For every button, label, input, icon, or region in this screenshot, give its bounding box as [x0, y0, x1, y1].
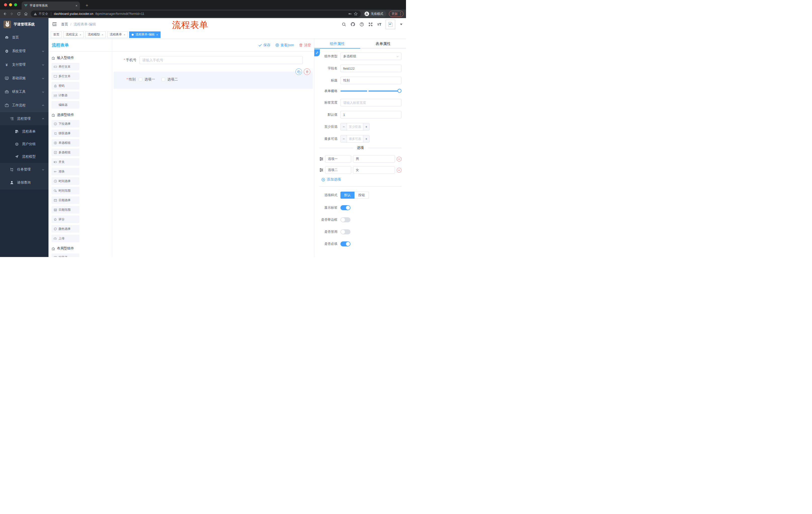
stepper-plus-button[interactable]: +: [363, 135, 369, 142]
canvas-field-gender-selected[interactable]: 性别 选项一 选项二: [114, 72, 313, 89]
show-label-switch[interactable]: [341, 205, 350, 210]
tab-form-props[interactable]: 表单属性: [360, 39, 406, 49]
palette-item-color-picker[interactable]: 颜色选择: [52, 225, 79, 233]
canvas-field-phone[interactable]: 手机号: [114, 56, 303, 64]
max-checked-stepper[interactable]: − 最多可选 +: [341, 135, 370, 142]
sidebar-item-workflow[interactable]: 工作流程: [0, 99, 49, 112]
view-json-button[interactable]: 查看json: [276, 43, 294, 48]
remove-option-button[interactable]: [397, 168, 402, 172]
browser-update-button[interactable]: 更新: [389, 11, 404, 17]
title-input[interactable]: [341, 77, 402, 84]
stepper-value[interactable]: 最多可选: [347, 135, 363, 142]
tag-process-model[interactable]: 流程模型×: [85, 31, 106, 38]
stepper-plus-button[interactable]: +: [363, 123, 369, 130]
phone-input[interactable]: [140, 56, 303, 64]
add-option-button[interactable]: 添加选项: [321, 177, 402, 182]
breadcrumb-home[interactable]: 首页: [61, 22, 68, 27]
fullscreen-icon[interactable]: [368, 22, 373, 27]
tag-close-icon[interactable]: ×: [102, 33, 103, 36]
checkbox-option2[interactable]: [162, 78, 165, 81]
traffic-lights[interactable]: [4, 3, 17, 6]
home-icon[interactable]: [24, 11, 28, 16]
sidebar-item-devtools[interactable]: 研发工具: [0, 85, 49, 99]
security-warning-label[interactable]: 不安全: [39, 12, 48, 16]
palette-item-switch[interactable]: 开关: [52, 158, 79, 166]
tab-component-props[interactable]: 组件属性: [314, 39, 360, 49]
slider-handle[interactable]: [398, 89, 402, 93]
tag-close-icon[interactable]: ×: [80, 33, 81, 36]
tag-close-icon[interactable]: ×: [156, 33, 158, 36]
sidebar-item-system[interactable]: 系统管理: [0, 44, 49, 58]
maximize-window-button[interactable]: [14, 3, 17, 6]
back-icon[interactable]: [2, 11, 7, 16]
link-tag[interactable]: [314, 49, 320, 56]
palette-item-single-text[interactable]: 单行文本: [52, 63, 79, 71]
tab-close-icon[interactable]: ×: [76, 4, 77, 7]
palette-item-time-picker[interactable]: 时间选择: [52, 177, 79, 185]
checkbox-option1-label[interactable]: 选项一: [144, 77, 155, 82]
stepper-minus-button[interactable]: −: [341, 123, 347, 130]
sidebar-item-process-model[interactable]: 流程模型: [0, 151, 49, 163]
password-key-icon[interactable]: [348, 12, 352, 16]
label-width-input[interactable]: [341, 99, 402, 106]
min-checked-stepper[interactable]: − 至少应选 +: [341, 123, 370, 131]
option-style-segmented[interactable]: 默认 按钮: [341, 192, 369, 199]
sidebar-item-payment[interactable]: ¥ 支付管理: [0, 58, 49, 72]
new-tab-button[interactable]: +: [84, 2, 90, 8]
search-icon[interactable]: [342, 22, 346, 27]
remove-option-button[interactable]: [397, 157, 402, 161]
palette-item-cascader[interactable]: 级联选择: [52, 130, 79, 137]
disabled-switch[interactable]: [341, 229, 350, 234]
font-size-icon[interactable]: тT: [377, 22, 381, 26]
option-label-input[interactable]: [325, 166, 351, 174]
palette-item-counter[interactable]: 123 计数器: [52, 91, 79, 99]
palette-item-radio-group[interactable]: 单选框组: [52, 139, 79, 146]
palette-item-editor[interactable]: 编辑器: [52, 101, 79, 109]
stepper-minus-button[interactable]: −: [341, 135, 347, 142]
clear-button[interactable]: 清空: [299, 43, 311, 48]
option-value-input[interactable]: [353, 155, 395, 163]
sidebar-item-task-mgmt[interactable]: 任务管理: [0, 163, 49, 176]
style-default-button[interactable]: 默认: [341, 192, 354, 199]
tag-home[interactable]: 首页: [51, 31, 62, 38]
avatar[interactable]: [386, 20, 395, 29]
copy-component-button[interactable]: [295, 69, 302, 75]
tag-close-icon[interactable]: ×: [124, 33, 125, 36]
required-switch[interactable]: [341, 241, 350, 246]
sidebar-item-process-mgmt[interactable]: 流程管理: [0, 112, 49, 125]
save-button[interactable]: 保存: [258, 43, 270, 48]
checkbox-option2-label[interactable]: 选项二: [167, 77, 178, 82]
palette-item-slider[interactable]: 滑块: [52, 168, 79, 175]
option-value-input[interactable]: [353, 166, 395, 174]
drag-handle-icon[interactable]: [319, 168, 323, 172]
field-name-input[interactable]: [341, 64, 402, 72]
tag-process-form-edit[interactable]: 流程表单-编辑×: [129, 31, 160, 38]
style-button-button[interactable]: 按钮: [354, 192, 369, 199]
help-icon[interactable]: [359, 22, 364, 27]
palette-item-checkbox-group[interactable]: 多选框组: [52, 148, 79, 156]
sidebar-item-home[interactable]: 首页: [0, 31, 49, 44]
palette-item-row-container[interactable]: 行容器: [52, 253, 79, 257]
minimize-window-button[interactable]: [9, 3, 12, 6]
border-switch[interactable]: [341, 217, 350, 222]
browser-tab[interactable]: 芋道管理系统 ×: [22, 1, 80, 9]
sidebar-item-process-form[interactable]: 流程表单: [0, 125, 49, 138]
browser-menu-icon[interactable]: [400, 12, 401, 15]
sidebar-item-infra[interactable]: 基础设施: [0, 72, 49, 85]
palette-item-select[interactable]: 下拉选择: [52, 120, 79, 128]
tag-process-form[interactable]: 流程表单×: [107, 31, 127, 38]
component-type-select[interactable]: 多选框组: [341, 53, 402, 60]
address-bar[interactable]: 不安全 dashboard.yudao.iocoder.cn/bpm/manag…: [31, 10, 361, 17]
tag-process-definition[interactable]: 流程定义×: [63, 31, 84, 38]
palette-item-rate[interactable]: 评分: [52, 216, 79, 223]
bookmark-star-icon[interactable]: [354, 12, 358, 16]
option-label-input[interactable]: [325, 155, 351, 163]
forward-icon[interactable]: [9, 11, 14, 16]
palette-item-password[interactable]: 密码: [52, 82, 79, 89]
sidebar-item-user-group[interactable]: 用户分组: [0, 138, 49, 151]
drag-handle-icon[interactable]: [319, 157, 323, 161]
palette-item-upload[interactable]: 上传: [52, 235, 79, 242]
palette-item-time-range[interactable]: 时间范围: [52, 187, 79, 194]
stepper-value[interactable]: 至少应选: [347, 123, 363, 130]
reload-icon[interactable]: [17, 11, 21, 16]
